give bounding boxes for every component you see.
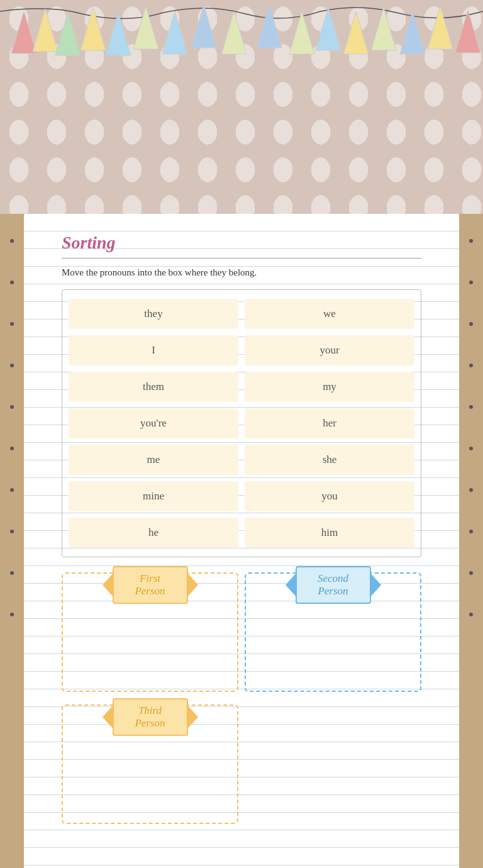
side-dot	[469, 530, 473, 533]
word-chip-she[interactable]: she	[245, 445, 414, 475]
svg-marker-7	[191, 5, 216, 48]
word-chip-he[interactable]: he	[69, 518, 238, 548]
section-divider	[62, 258, 421, 259]
side-dot	[469, 613, 473, 616]
word-chip-we[interactable]: we	[245, 299, 414, 329]
side-dot	[469, 281, 473, 284]
word-bank: they we I your them my you're her me she…	[62, 289, 421, 557]
side-dot	[469, 405, 473, 409]
word-chip-your[interactable]: your	[245, 335, 414, 365]
side-dot	[469, 364, 473, 367]
word-chip-her[interactable]: her	[245, 408, 414, 438]
svg-marker-12	[343, 11, 369, 54]
svg-marker-14	[400, 11, 425, 54]
svg-marker-13	[371, 8, 396, 50]
svg-marker-0	[11, 11, 36, 53]
word-chip-you[interactable]: you	[245, 481, 414, 511]
svg-marker-5	[133, 6, 158, 49]
word-chip-me[interactable]: me	[69, 445, 238, 475]
svg-marker-15	[428, 6, 453, 49]
svg-marker-4	[106, 13, 131, 55]
svg-marker-1	[33, 9, 58, 52]
third-person-label: Third Person	[113, 698, 188, 736]
first-person-wrapper: First Person	[62, 572, 238, 698]
banner-area	[0, 0, 483, 214]
side-dot	[10, 447, 14, 450]
third-person-wrapper: Third Person	[62, 704, 238, 830]
side-dot	[10, 530, 14, 533]
svg-marker-6	[162, 11, 187, 54]
side-dot	[469, 571, 473, 575]
word-chip-they[interactable]: they	[69, 299, 238, 329]
bunting-decoration	[0, 0, 483, 82]
word-chip-him[interactable]: him	[245, 518, 414, 548]
first-person-ribbon: First Person	[103, 566, 198, 604]
sorting-area: First Person Second Person Third Person	[62, 572, 421, 830]
svg-marker-8	[221, 11, 247, 54]
second-person-wrapper: Second Person	[245, 572, 421, 698]
side-dot	[10, 405, 14, 409]
side-dot	[469, 239, 473, 243]
ribbon-tail-right-blue-icon	[370, 572, 381, 598]
side-dot	[469, 322, 473, 326]
word-chip-my[interactable]: my	[245, 372, 414, 402]
svg-marker-11	[316, 8, 341, 50]
side-dot	[10, 488, 14, 492]
ribbon-tail-right-icon	[187, 572, 198, 598]
second-person-label: Second Person	[296, 566, 371, 604]
ribbon-tail-right2-icon	[187, 704, 198, 730]
word-chip-them[interactable]: them	[69, 372, 238, 402]
first-person-label: First Person	[113, 566, 188, 604]
word-chip-youre[interactable]: you're	[69, 408, 238, 438]
side-dot	[469, 447, 473, 450]
instructions-text: Move the pronouns into the box where the…	[62, 267, 421, 278]
svg-marker-2	[55, 13, 80, 55]
second-person-ribbon: Second Person	[286, 566, 381, 604]
svg-marker-9	[257, 5, 282, 48]
word-chip-I[interactable]: I	[69, 335, 238, 365]
content-card: Sorting Move the pronouns into the box w…	[24, 214, 459, 868]
side-dot	[469, 488, 473, 492]
side-dot	[10, 322, 14, 326]
section-title: Sorting	[62, 233, 421, 253]
side-dot	[10, 613, 14, 616]
word-chip-mine[interactable]: mine	[69, 481, 238, 511]
side-dot	[10, 281, 14, 284]
side-dot	[10, 364, 14, 367]
side-dot	[10, 239, 14, 243]
third-person-ribbon: Third Person	[103, 698, 198, 736]
side-dot	[10, 571, 14, 575]
